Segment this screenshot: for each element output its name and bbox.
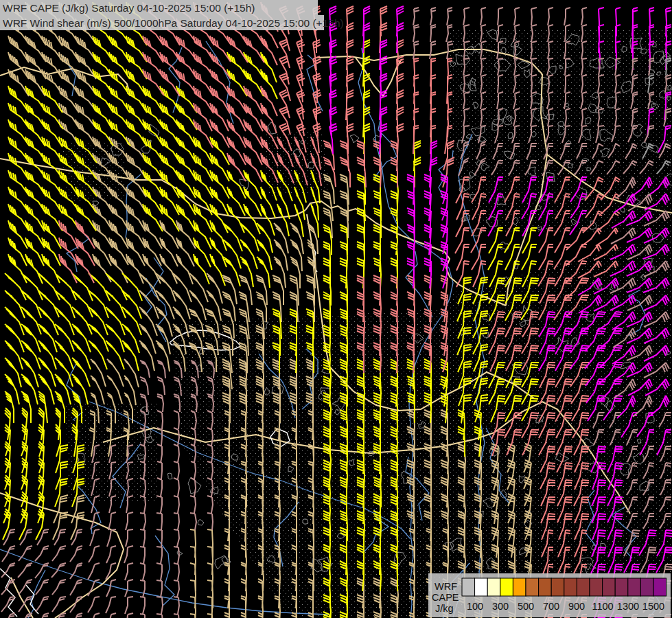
svg-text:100: 100 (467, 601, 483, 612)
svg-text:1500: 1500 (642, 601, 664, 612)
svg-text:WRF Wind shear (m/s) 500/1000h: WRF Wind shear (m/s) 500/1000hPa Saturda… (3, 17, 344, 29)
svg-text:WRF CAPE (J/kg) Saturday 04-10: WRF CAPE (J/kg) Saturday 04-10-2025 15:0… (3, 2, 255, 14)
svg-text:900: 900 (568, 601, 585, 612)
svg-text:1300: 1300 (617, 601, 639, 612)
svg-text:700: 700 (543, 601, 559, 612)
svg-text:CAPE: CAPE (432, 592, 459, 603)
svg-text:WRF: WRF (435, 581, 457, 592)
svg-text:300: 300 (492, 601, 509, 612)
svg-text:J/kg: J/kg (435, 603, 454, 614)
svg-text:500: 500 (518, 601, 534, 612)
svg-text:1100: 1100 (592, 601, 613, 612)
